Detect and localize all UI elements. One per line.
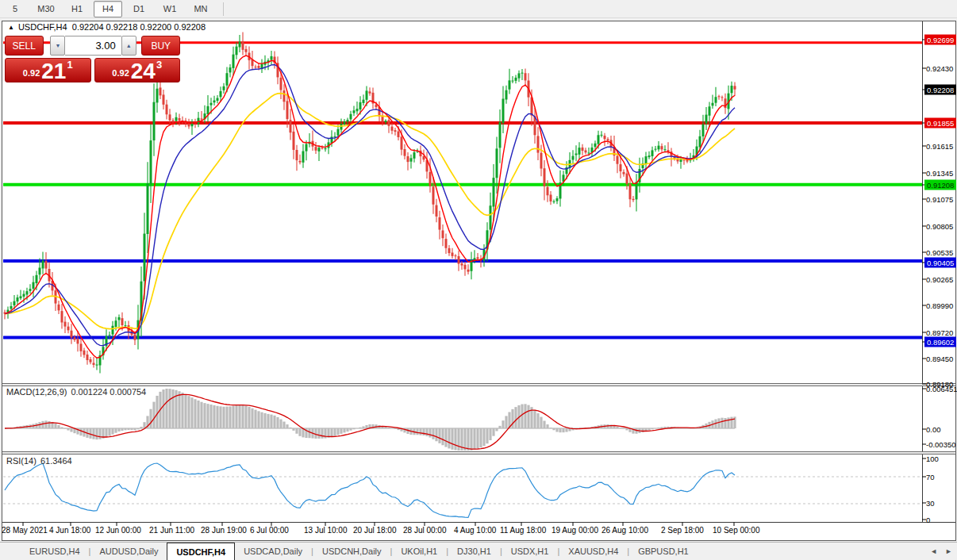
timeframe-button-h4[interactable]: H4 xyxy=(94,1,122,17)
date-label-12-jun-00-00: 12 Jun 00:00 xyxy=(95,526,141,535)
bid-price-big: 21 xyxy=(41,61,66,82)
date-label-10-sep-00-00: 10 Sep 00:00 xyxy=(713,526,760,535)
date-label-4-aug-10-00: 4 Aug 10:00 xyxy=(454,526,496,535)
buy-button[interactable]: BUY xyxy=(141,36,180,56)
macd-label: MACD(12,26,9)0.001224 0.000754 xyxy=(6,387,146,397)
price-badge-0.90405: 0.90405 xyxy=(924,258,956,268)
date-label-28-jun-19-00: 28 Jun 19:00 xyxy=(201,526,247,535)
chevron-down-icon: ▼ xyxy=(55,43,60,48)
price-tick-0.91345: 0.91345 xyxy=(926,169,953,178)
price-badge-0.92699: 0.92699 xyxy=(924,35,956,45)
macd-scale--0.00350: -0.00350 xyxy=(926,440,956,449)
timeframe-button-m30[interactable]: M30 xyxy=(32,1,60,17)
tab-usdx-h1[interactable]: USDX,H1 xyxy=(502,543,558,560)
rsi-scale-30: 30 xyxy=(926,499,935,508)
macd-scale-0.006451: 0.006451 xyxy=(926,385,957,393)
bid-price-pipette: 1 xyxy=(67,59,72,71)
price-tick-0.91615: 0.91615 xyxy=(926,142,953,151)
chart-tab-bar: EURUSD,H4|AUDUSD,DailyUSDCHF,H4USDCAD,Da… xyxy=(0,542,957,560)
chevron-up-icon: ▲ xyxy=(126,43,132,48)
volume-decrease-button[interactable]: ▼ xyxy=(50,36,65,56)
tab-audusd-daily[interactable]: AUDUSD,Daily xyxy=(90,543,167,560)
timeframe-button-mn[interactable]: MN xyxy=(186,1,215,17)
ask-price-pipette: 3 xyxy=(156,59,162,71)
tab-gbpusd-h1[interactable]: GBPUSD,H1 xyxy=(629,543,698,560)
tab-eurusd-h4[interactable]: EURUSD,H4 xyxy=(21,543,89,560)
price-tick-0.90805: 0.90805 xyxy=(926,222,953,231)
tab-scroll-arrows: ◄ ► xyxy=(930,543,952,560)
bid-price-panel[interactable]: 0.92 21 1 xyxy=(5,58,91,82)
price-badge-0.89602: 0.89602 xyxy=(924,337,956,347)
date-label-28-may-2021: 28 May 2021 xyxy=(2,526,48,535)
date-label-13-jul-10-00: 13 Jul 10:00 xyxy=(304,526,348,535)
date-label-21-jun-11-00: 21 Jun 11:00 xyxy=(149,526,194,535)
macd-scale-0.00: 0.00 xyxy=(926,425,941,434)
one-click-trade-widget: SELL ▼ 3.00 ▲ BUY 0.92 21 1 0.92 24 3 xyxy=(5,36,180,82)
tab-usdchf-h4[interactable]: USDCHF,H4 xyxy=(167,543,235,560)
date-label-2-sep-18-00: 2 Sep 18:00 xyxy=(661,526,704,535)
price-badge-0.91855: 0.91855 xyxy=(924,118,956,128)
timeframe-button-h1[interactable]: H1 xyxy=(63,1,91,17)
rsi-scale-100: 100 xyxy=(926,455,939,463)
timeframe-button-5[interactable]: 5 xyxy=(1,1,29,17)
date-label-20-jul-18-00: 20 Jul 18:00 xyxy=(353,526,397,535)
price-tick-0.91075: 0.91075 xyxy=(926,195,953,204)
date-label-19-aug-00-00: 19 Aug 00:00 xyxy=(552,526,598,535)
tab-xauusd-h4[interactable]: XAUUSD,H4 xyxy=(559,543,627,560)
price-tick-0.90265: 0.90265 xyxy=(926,275,953,284)
rsi-title: RSI(14) xyxy=(6,456,37,466)
price-tick-0.90535: 0.90535 xyxy=(926,248,953,257)
chart-title: ▲USDCHF,H4 0.92204 0.92218 0.92200 0.922… xyxy=(8,22,210,32)
chart-window[interactable] xyxy=(2,21,956,541)
tab-ukoil-h1[interactable]: UKOil,H1 xyxy=(392,543,446,560)
price-tick-0.89720: 0.89720 xyxy=(926,328,953,337)
timeframe-toolbar: 5M30H1H4D1W1MN xyxy=(0,0,957,18)
timeframe-button-d1[interactable]: D1 xyxy=(125,1,153,17)
rsi-scale-70: 70 xyxy=(926,473,935,481)
ask-price-prefix: 0.92 xyxy=(112,68,129,78)
price-tick-0.92430: 0.92430 xyxy=(926,64,953,73)
price-tick-0.89990: 0.89990 xyxy=(926,301,953,310)
date-label-26-aug-10-00: 26 Aug 10:00 xyxy=(601,526,648,535)
date-label-4-jun-18-00: 4 Jun 18:00 xyxy=(49,526,90,535)
date-label-6-jul-00-00: 6 Jul 00:00 xyxy=(250,526,289,535)
bid-price-prefix: 0.92 xyxy=(23,68,40,78)
tab-usdcnh-daily[interactable]: USDCNH,Daily xyxy=(313,543,390,560)
rsi-label: RSI(14)61.3464 xyxy=(6,456,72,466)
rsi-value: 61.3464 xyxy=(40,456,72,466)
ask-price-panel[interactable]: 0.92 24 3 xyxy=(94,58,181,82)
scroll-left-icon[interactable]: ◄ xyxy=(930,547,937,555)
date-label-28-jul-00-00: 28 Jul 00:00 xyxy=(403,526,447,535)
macd-values: 0.001224 0.000754 xyxy=(71,387,146,397)
ask-price-big: 24 xyxy=(131,61,156,82)
tab-dj30-h1[interactable]: DJ30,H1 xyxy=(448,543,500,560)
price-badge-0.91208: 0.91208 xyxy=(924,180,956,190)
volume-increase-button[interactable]: ▲ xyxy=(121,36,136,56)
chart-symbol: USDCHF,H4 xyxy=(18,22,67,32)
volume-input[interactable]: 3.00 xyxy=(65,36,121,56)
up-triangle-icon: ▲ xyxy=(8,24,14,31)
price-tick-0.89450: 0.89450 xyxy=(926,355,953,363)
sell-button[interactable]: SELL xyxy=(5,36,44,56)
chart-ohlc-values: 0.92204 0.92218 0.92200 0.92208 xyxy=(72,22,206,32)
timeframe-button-w1[interactable]: W1 xyxy=(156,1,184,17)
scroll-right-icon[interactable]: ► xyxy=(945,547,952,555)
date-label-11-aug-18-00: 11 Aug 18:00 xyxy=(500,526,546,535)
toolbar-separator xyxy=(223,2,224,16)
macd-title: MACD(12,26,9) xyxy=(6,387,67,397)
tab-usdcad-daily[interactable]: USDCAD,Daily xyxy=(235,543,311,560)
rsi-scale-0: 0 xyxy=(926,516,930,524)
price-badge-0.92208: 0.92208 xyxy=(924,85,956,95)
